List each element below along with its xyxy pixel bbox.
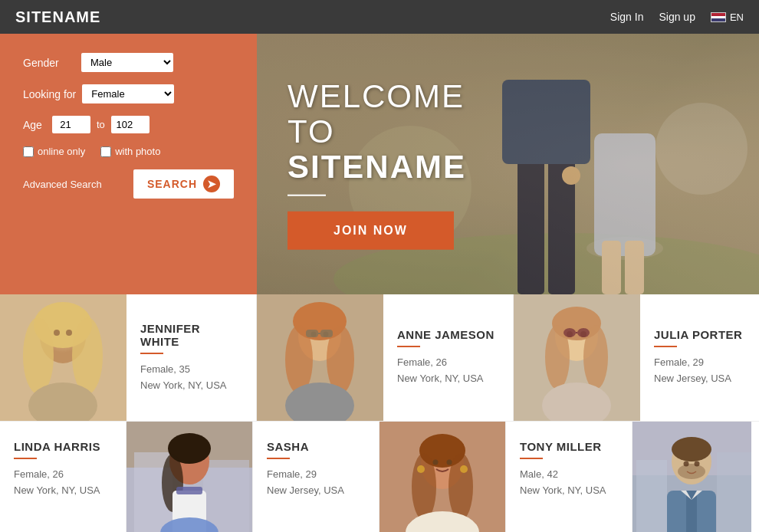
hero-image: WELCOME TO SITENAME JOIN NOW — [257, 34, 759, 294]
svg-point-61 — [460, 465, 468, 473]
looking-label: Looking for — [23, 88, 76, 100]
linda-name: LINDA HARRIS — [14, 440, 112, 453]
profile-info-jennifer: JENNIFER WHITE Female, 35 New York, NY, … — [127, 294, 257, 421]
svg-rect-6 — [594, 133, 656, 256]
linda-underline — [14, 458, 37, 459]
lang-label: EN — [730, 11, 744, 23]
svg-point-73 — [684, 461, 689, 467]
svg-point-9 — [562, 166, 580, 185]
welcome-line1: WELCOME — [288, 79, 466, 114]
looking-row: Looking for Female Male — [23, 84, 234, 103]
tony-gender-age: Male, 42 — [520, 467, 618, 483]
profile-photo-jennifer — [0, 294, 127, 421]
anne-underline — [397, 346, 420, 347]
welcome-line2: TO — [288, 114, 466, 149]
with-photo-label: with photo — [115, 146, 160, 157]
jennifer-underline — [140, 353, 163, 354]
age-from-input[interactable] — [52, 116, 90, 133]
julia-underline — [654, 346, 677, 347]
header-nav: Sign In Sign up EN — [610, 11, 744, 23]
search-arrow-icon: ➤ — [203, 176, 220, 192]
sign-in-link[interactable]: Sign In — [610, 11, 644, 23]
search-panel: Gender Male Female Looking for Female Ma… — [0, 34, 257, 294]
svg-point-58 — [433, 460, 439, 465]
age-label: Age — [23, 119, 46, 131]
logo-text-first: SITE — [15, 8, 52, 25]
with-photo-checkbox[interactable]: with photo — [100, 146, 160, 157]
svg-rect-28 — [306, 330, 318, 337]
profile-photo-julia — [514, 294, 640, 421]
jennifer-gender-age: Female, 35 — [140, 362, 242, 378]
linda-gender-age: Female, 26 — [14, 467, 112, 483]
profile-photo-anne — [257, 294, 383, 421]
profile-photo-linda — [127, 422, 253, 532]
sasha-location: New Jersey, USA — [267, 483, 365, 499]
search-button[interactable]: SEARCH ➤ — [133, 169, 234, 199]
welcome-site: SITE — [288, 149, 365, 185]
join-now-button[interactable]: JOIN NOW — [288, 211, 454, 249]
svg-rect-4 — [502, 80, 590, 164]
online-only-input[interactable] — [23, 146, 34, 157]
julia-avatar — [514, 294, 640, 421]
profile-photo-tony — [632, 422, 751, 532]
search-btn-label: SEARCH — [147, 178, 197, 190]
profile-info-anne: ANNE JAMESON Female, 26 New York, NY, US… — [383, 294, 514, 421]
hero-section: Gender Male Female Looking for Female Ma… — [0, 34, 759, 294]
anne-location: New York, NY, USA — [397, 371, 499, 387]
gender-select[interactable]: Male Female — [81, 53, 173, 72]
welcome-name: NAME — [365, 149, 466, 185]
sasha-gender-age: Female, 29 — [267, 467, 365, 483]
age-to-input[interactable] — [111, 116, 150, 133]
svg-rect-8 — [625, 241, 644, 294]
svg-rect-29 — [320, 330, 333, 337]
welcome-sitename: SITENAME — [288, 149, 466, 185]
profiles-row-2: LINDA HARRIS Female, 26 New York, NY, US… — [0, 422, 759, 532]
jennifer-location: New York, NY, USA — [140, 378, 242, 394]
profile-info-julia: JULIA PORTER Female, 29 New Jersey, USA — [640, 294, 759, 421]
online-only-checkbox[interactable]: online only — [23, 146, 85, 157]
profile-info-sasha: SASHA Female, 29 New Jersey, USA — [253, 422, 380, 532]
svg-rect-7 — [602, 241, 621, 294]
jennifer-avatar — [0, 294, 127, 421]
svg-point-59 — [447, 460, 452, 465]
profiles-section: JENNIFER WHITE Female, 35 New York, NY, … — [0, 294, 759, 532]
svg-point-55 — [412, 453, 436, 521]
sasha-avatar — [380, 422, 506, 532]
gender-row: Gender Male Female — [23, 53, 234, 72]
svg-point-11 — [656, 103, 748, 195]
sasha-underline — [267, 458, 290, 459]
hero-text: WELCOME TO SITENAME JOIN NOW — [288, 79, 466, 250]
svg-point-16 — [72, 317, 103, 394]
with-photo-input[interactable] — [100, 146, 111, 157]
svg-rect-45 — [203, 460, 249, 532]
svg-point-40 — [577, 328, 590, 337]
profiles-row-1: JENNIFER WHITE Female, 35 New York, NY, … — [0, 294, 759, 422]
svg-point-15 — [23, 317, 54, 394]
julia-gender-age: Female, 29 — [654, 355, 745, 371]
anne-avatar — [257, 294, 383, 421]
julia-location: New Jersey, USA — [654, 371, 745, 387]
age-row: Age to — [23, 116, 234, 133]
anne-details: Female, 26 New York, NY, USA — [397, 355, 499, 387]
tony-name: TONY MILLER — [520, 440, 618, 453]
hero-divider — [288, 194, 326, 195]
anne-name: ANNE JAMESON — [397, 328, 499, 341]
profile-photo-sasha — [380, 422, 506, 532]
linda-avatar — [127, 422, 253, 532]
linda-location: New York, NY, USA — [14, 483, 112, 499]
jennifer-name: JENNIFER WHITE — [140, 322, 242, 348]
tony-details: Male, 42 New York, NY, USA — [520, 467, 618, 499]
svg-point-39 — [564, 328, 576, 337]
language-selector[interactable]: EN — [711, 11, 744, 23]
svg-point-68 — [678, 464, 705, 479]
svg-rect-2 — [518, 156, 544, 294]
tony-underline — [520, 458, 543, 459]
julia-name: JULIA PORTER — [654, 328, 745, 341]
gender-label: Gender — [23, 57, 75, 69]
advanced-search-link[interactable]: Advanced Search — [23, 179, 102, 190]
svg-rect-65 — [717, 452, 751, 532]
looking-select[interactable]: Female Male — [82, 84, 174, 103]
sasha-name: SASHA — [267, 440, 365, 453]
sign-up-link[interactable]: Sign up — [659, 11, 695, 23]
sasha-details: Female, 29 New Jersey, USA — [267, 467, 365, 499]
